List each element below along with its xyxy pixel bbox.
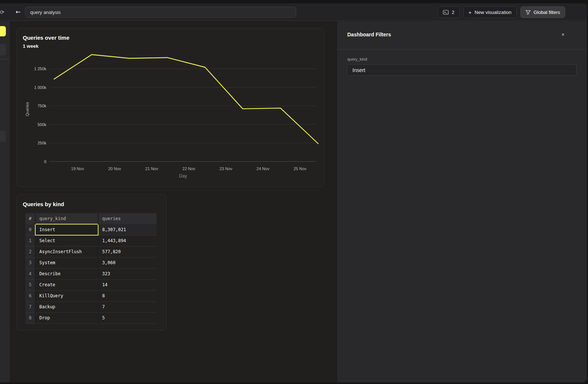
dashboard-filters-panel: Dashboard Filters × query_kind — [336, 21, 587, 383]
x-axis-tick-label: 21 Nov — [145, 166, 158, 171]
y-axis-tick-label: 1 250k — [34, 67, 47, 71]
queries-over-time-card: Queries over time 1 week 0250k500k750k1 … — [17, 28, 324, 187]
table-row: 1Select1,443,894 — [25, 235, 157, 246]
topbar-actions: 2 + New visualization Global filters — [438, 6, 565, 18]
query-kind-cell[interactable]: AsyncInsertFlush — [35, 246, 98, 257]
queries-count-cell[interactable]: 3,060 — [98, 257, 157, 268]
chart-subtitle: 1 week — [23, 43, 39, 49]
reload-icon[interactable]: ⟳ — [0, 8, 7, 16]
queries-count-cell[interactable]: 14 — [98, 279, 157, 290]
x-axis-title: Day — [179, 173, 187, 179]
y-axis-tick-label: 500k — [37, 122, 46, 127]
rail-item-active[interactable] — [0, 26, 6, 36]
plus-icon: + — [469, 10, 472, 15]
x-axis-tick-label: 19 Nov — [71, 166, 84, 171]
dashboard-canvas: Queries over time 1 week 0250k500k750k1 … — [10, 21, 336, 383]
y-axis-tick-label: 1 000k — [34, 85, 47, 90]
query-count-button[interactable]: 2 — [438, 6, 459, 18]
query-kind-cell[interactable]: System — [35, 257, 98, 268]
rail-item-3[interactable] — [0, 131, 6, 142]
query-count-label: 2 — [452, 10, 454, 15]
table-row: 0Insert8,307,021 — [25, 224, 157, 235]
y-axis-tick-label: 0 — [44, 159, 46, 164]
queries-count-cell[interactable]: 7 — [98, 301, 157, 312]
left-icon-rail — [0, 21, 10, 383]
queries-by-kind-table: #query_kindqueries 0Insert8,307,0211Sele… — [25, 213, 157, 324]
row-index-cell: 8 — [25, 312, 35, 323]
app-window: ⟳ ← 2 + New visualization — [0, 3, 587, 383]
y-axis-title: Queries — [25, 102, 29, 116]
queries-count-cell[interactable]: 5 — [98, 312, 157, 323]
funnel-icon — [526, 10, 531, 15]
x-axis-tick-label: 20 Nov — [108, 166, 121, 171]
query-kind-cell[interactable]: Drop — [35, 312, 98, 323]
row-index-cell: 5 — [25, 279, 35, 290]
terminal-icon — [443, 10, 449, 15]
queries-count-cell[interactable]: 8 — [98, 290, 157, 301]
query-kind-filter-input[interactable] — [347, 64, 577, 76]
queries-line-chart[interactable]: 0250k500k750k1 000k1 250k19 Nov20 Nov21 … — [17, 50, 325, 181]
query-kind-cell[interactable]: Create — [35, 279, 98, 290]
table-row: 4Describe323 — [25, 268, 157, 279]
row-index-cell: 6 — [25, 290, 35, 301]
table-row: 8Drop5 — [25, 312, 157, 323]
row-index-cell: 4 — [25, 268, 35, 279]
query-kind-cell[interactable]: KillQuery — [35, 290, 98, 301]
table-row: 6KillQuery8 — [25, 290, 157, 301]
row-index-cell: 1 — [25, 235, 35, 246]
new-visualization-label: New visualization — [474, 10, 511, 15]
y-axis-tick-label: 750k — [37, 104, 46, 108]
back-button[interactable]: ← — [14, 8, 22, 16]
top-bar: ⟳ ← 2 + New visualization — [0, 3, 587, 21]
dashboard-title-input[interactable] — [25, 7, 296, 18]
row-index-cell: 7 — [25, 301, 35, 312]
row-index-cell: 0 — [25, 224, 35, 235]
row-index-cell: 3 — [25, 257, 35, 268]
query-kind-cell[interactable]: Select — [35, 235, 98, 246]
y-axis-tick-label: 250k — [37, 141, 46, 145]
table-title: Queries by kind — [23, 201, 64, 207]
x-axis-tick-label: 24 Nov — [257, 166, 269, 171]
rail-item-2[interactable] — [0, 44, 6, 55]
queries-series-line[interactable] — [54, 55, 318, 144]
new-visualization-button[interactable]: + New visualization — [463, 6, 517, 18]
table-column-header: queries — [98, 213, 157, 224]
global-filters-label: Global filters — [534, 10, 560, 15]
x-axis-tick-label: 25 Nov — [294, 166, 306, 171]
queries-by-kind-card: Queries by kind #query_kindqueries 0Inse… — [17, 194, 166, 330]
x-axis-tick-label: 22 Nov — [182, 166, 195, 171]
global-filters-button[interactable]: Global filters — [520, 6, 565, 18]
queries-count-cell[interactable]: 323 — [98, 268, 157, 279]
x-axis-tick-label: 23 Nov — [219, 166, 232, 171]
close-icon[interactable]: × — [559, 31, 567, 38]
query-kind-cell[interactable]: Insert — [35, 224, 98, 235]
queries-count-cell[interactable]: 1,443,894 — [98, 235, 157, 246]
query-kind-cell[interactable]: Backup — [35, 301, 98, 312]
panel-divider — [337, 49, 587, 50]
chart-title: Queries over time — [23, 35, 69, 41]
filters-panel-title: Dashboard Filters — [347, 32, 391, 37]
queries-count-cell[interactable]: 8,307,021 — [98, 224, 157, 235]
row-index-cell: 2 — [25, 246, 35, 257]
rail-divider — [0, 59, 10, 60]
table-row: 2AsyncInsertFlush577,820 — [25, 246, 157, 257]
query-kind-cell[interactable]: Describe — [35, 268, 98, 279]
table-column-header: # — [25, 213, 35, 224]
table-header-row: #query_kindqueries — [25, 213, 157, 224]
table-column-header: query_kind — [35, 213, 98, 224]
table-row: 3System3,060 — [25, 257, 157, 268]
queries-count-cell[interactable]: 577,820 — [98, 246, 157, 257]
table-row: 7Backup7 — [25, 301, 157, 312]
query-kind-filter-label: query_kind — [347, 57, 367, 61]
table-row: 5Create14 — [25, 279, 157, 290]
